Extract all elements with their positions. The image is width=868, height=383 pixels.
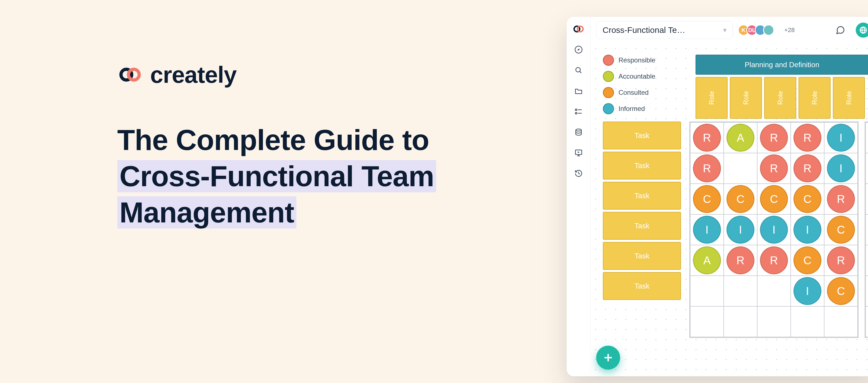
raci-cell[interactable]: A: [690, 245, 724, 276]
folder-icon[interactable]: [572, 85, 585, 97]
raci-chip: R: [693, 124, 721, 152]
task-cell: Task: [603, 121, 681, 149]
raci-chip: R: [794, 124, 822, 152]
role-header-cell: Role: [799, 77, 831, 119]
legend-dot-icon: [603, 103, 614, 114]
app-window: Cross-Functional Te… ▾ KDL +28 Responsib…: [566, 17, 868, 376]
raci-cell[interactable]: [866, 306, 868, 337]
raci-chip: R: [693, 154, 721, 182]
raci-chip: I: [827, 154, 855, 182]
raci-grid-next: IIRCRI: [865, 121, 868, 338]
raci-cell[interactable]: I: [757, 214, 791, 245]
raci-cell[interactable]: C: [724, 184, 757, 214]
raci-cell[interactable]: I: [824, 153, 858, 184]
raci-cell[interactable]: [757, 306, 791, 337]
legend-item: Consulted: [603, 87, 655, 98]
raci-cell[interactable]: A: [724, 123, 757, 153]
legend-label: Responsible: [619, 56, 655, 64]
raci-cell[interactable]: C: [824, 276, 858, 306]
raci-cell[interactable]: I: [866, 123, 868, 153]
search-icon[interactable]: [572, 64, 585, 76]
raci-cell[interactable]: I: [866, 153, 868, 184]
legend-item: Accountable: [603, 71, 655, 82]
raci-cell[interactable]: I: [824, 123, 858, 153]
task-cell: Task: [603, 212, 681, 240]
legend-label: Accountable: [619, 72, 655, 80]
raci-cell[interactable]: [791, 306, 824, 337]
raci-cell[interactable]: [690, 306, 724, 337]
task-cell: Task: [603, 152, 681, 179]
presence-avatars[interactable]: KDL: [741, 25, 774, 36]
raci-cell[interactable]: [724, 276, 757, 306]
app-main: Cross-Functional Te… ▾ KDL +28 Responsib…: [591, 17, 868, 376]
raci-cell[interactable]: [724, 153, 757, 184]
raci-chip: I: [794, 277, 822, 305]
raci-cell[interactable]: C: [791, 245, 824, 276]
raci-cell[interactable]: R: [791, 153, 824, 184]
raci-cell[interactable]: [824, 306, 858, 337]
raci-chip: C: [726, 185, 754, 213]
raci-chip: C: [794, 246, 822, 274]
document-title: Cross-Functional Te…: [602, 25, 685, 35]
add-fab[interactable]: [596, 346, 620, 370]
raci-cell[interactable]: R: [866, 184, 868, 214]
document-selector[interactable]: Cross-Functional Te… ▾: [596, 21, 733, 39]
raci-cell[interactable]: R: [690, 153, 724, 184]
raci-cell[interactable]: I: [791, 214, 824, 245]
brand-name: creately: [150, 61, 237, 89]
raci-chip: C: [794, 185, 822, 213]
raci-cell[interactable]: I: [866, 276, 868, 306]
creately-logo-icon: [117, 67, 144, 83]
raci-cell[interactable]: [757, 276, 791, 306]
share-button[interactable]: [856, 23, 868, 38]
canvas[interactable]: ResponsibleAccountableConsultedInformed …: [591, 43, 868, 376]
role-header-cell: Role: [833, 77, 865, 119]
role-header-cell: Role: [730, 77, 762, 119]
raci-cell[interactable]: R: [690, 123, 724, 153]
role-header-row: RoleRoleRoleRoleRole: [695, 77, 868, 119]
brand: creately: [117, 61, 536, 89]
presentation-icon[interactable]: [572, 147, 585, 159]
raci-cell[interactable]: R: [791, 123, 824, 153]
history-icon[interactable]: [572, 167, 585, 179]
raci-cell[interactable]: C: [866, 214, 868, 245]
legend-item: Informed: [603, 103, 655, 114]
database-icon[interactable]: [572, 126, 585, 138]
raci-cell[interactable]: R: [757, 245, 791, 276]
raci-cell[interactable]: C: [791, 184, 824, 214]
raci-cell[interactable]: R: [757, 123, 791, 153]
legend-item: Responsible: [603, 55, 655, 66]
raci-cell[interactable]: I: [791, 276, 824, 306]
raci-cell[interactable]: I: [690, 214, 724, 245]
hero-line-1: The Complete Guide to: [117, 124, 429, 156]
avatar[interactable]: [763, 25, 774, 36]
task-cell: Task: [603, 242, 681, 270]
legend-dot-icon: [603, 87, 614, 98]
raci-cell[interactable]: C: [824, 214, 858, 245]
raci-cell[interactable]: C: [757, 184, 791, 214]
svg-marker-5: [578, 48, 580, 51]
role-header-cell: Role: [695, 77, 727, 119]
raci-chip: R: [726, 246, 754, 274]
raci-cell[interactable]: [724, 306, 757, 337]
raci-chip: R: [760, 246, 788, 274]
raci-cell[interactable]: R: [824, 245, 858, 276]
legend-dot-icon: [603, 55, 614, 66]
task-cell: Task: [603, 272, 681, 300]
hero-block: creately The Complete Guide to Cross-Fun…: [117, 61, 536, 231]
raci-cell[interactable]: I: [724, 214, 757, 245]
raci-cell[interactable]: R: [866, 245, 868, 276]
raci-chip: C: [827, 216, 855, 244]
raci-cell[interactable]: R: [824, 184, 858, 214]
raci-cell[interactable]: R: [757, 153, 791, 184]
compass-icon[interactable]: [572, 43, 585, 56]
list-icon[interactable]: [572, 105, 585, 118]
svg-marker-16: [578, 151, 580, 153]
raci-cell[interactable]: C: [690, 184, 724, 214]
raci-cell[interactable]: [690, 276, 724, 306]
raci-cell[interactable]: R: [724, 245, 757, 276]
raci-legend: ResponsibleAccountableConsultedInformed: [603, 55, 655, 114]
comments-button[interactable]: [833, 23, 848, 38]
raci-chip: R: [760, 154, 788, 182]
stage: creately The Complete Guide to Cross-Fun…: [0, 0, 868, 383]
